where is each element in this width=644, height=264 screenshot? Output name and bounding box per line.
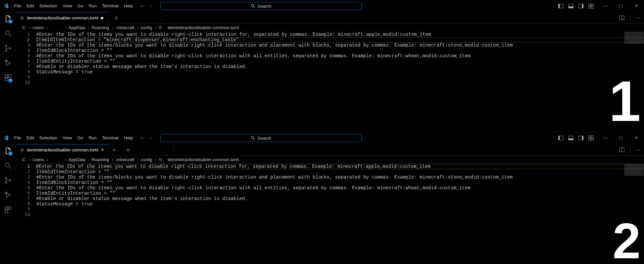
crumb[interactable]: config›	[141, 157, 157, 162]
menu-go[interactable]: Go	[75, 132, 86, 144]
menu-run[interactable]: Run	[86, 0, 99, 12]
unknown-tab-action-icon[interactable]: ≡	[109, 147, 119, 152]
nav-back-icon[interactable]: 🡠	[140, 136, 145, 141]
toggle-panel-icon[interactable]	[568, 135, 574, 141]
menu-run[interactable]: Run	[86, 132, 99, 144]
crumb[interactable]: AppData›	[68, 157, 90, 162]
more-actions-icon[interactable]: ⋯	[636, 147, 640, 152]
toggle-primary-sidebar-icon[interactable]	[558, 135, 563, 141]
activity-run-debug[interactable]	[4, 191, 12, 199]
menu-view[interactable]: View	[60, 132, 75, 144]
minimize-button[interactable]: —	[598, 132, 613, 144]
menu-terminal[interactable]: Terminal	[99, 132, 121, 144]
code-line[interactable]: 6ItemIdEntityInteraction = ""	[16, 59, 644, 64]
code-line[interactable]: 6ItemIdEntityInteraction = ""	[16, 191, 644, 196]
command-center-search[interactable]: Search	[160, 2, 362, 10]
crumb[interactable]: AppData›	[68, 25, 90, 30]
code-line[interactable]: 1#Enter the IDs of the items you want to…	[16, 164, 644, 169]
svg-point-15	[5, 50, 6, 51]
editor-tab-main[interactable]: ⚙ iteminteractiondisabler-common.toml	[16, 12, 108, 24]
breadcrumbs[interactable]: C:› Users› › AppData› Roaming› .minecraf…	[16, 156, 644, 164]
activity-search[interactable]	[4, 29, 12, 38]
nav-back-icon[interactable]: 🡠	[140, 4, 145, 9]
editor-tab-settings[interactable]: ⚙	[119, 144, 174, 156]
nav-forward-icon[interactable]: 🡢	[148, 4, 152, 9]
minimize-button[interactable]: —	[598, 0, 613, 12]
crumb[interactable]: Roaming›	[92, 157, 114, 162]
crumb[interactable]: .minecraft›	[115, 157, 139, 162]
code-line[interactable]: 4ItemIdBlockInteraction = ""	[16, 48, 644, 53]
crumb-spacer: ›	[50, 157, 67, 162]
crumb[interactable]: C:›	[22, 25, 31, 30]
crumb[interactable]: C:›	[22, 157, 31, 162]
code-line[interactable]: 9	[16, 75, 644, 80]
menu-selection[interactable]: Selection	[37, 0, 60, 12]
menu-help[interactable]: Help	[121, 0, 136, 12]
code-line[interactable]: 3#Enter the IDs of the items/blocks you …	[16, 175, 644, 180]
customize-layout-icon[interactable]	[588, 135, 594, 141]
menu-view[interactable]: View	[60, 0, 75, 12]
code-line[interactable]: 8StatusMessage = true	[16, 201, 644, 207]
code-line[interactable]: 10	[16, 80, 644, 85]
code-line[interactable]: 5#Enter the IDs of the items you want to…	[16, 53, 644, 59]
crumb-file[interactable]: ⚙ iteminteractiondisabler-common.toml	[158, 25, 239, 30]
minimap[interactable]	[624, 164, 644, 176]
activity-scm[interactable]	[4, 44, 12, 52]
command-center-search[interactable]: Search	[160, 134, 362, 142]
menu-file[interactable]: File	[11, 132, 24, 144]
code-line[interactable]: 7#Enable or disabler status message when…	[16, 64, 644, 69]
menu-edit[interactable]: Edit	[24, 132, 37, 144]
activity-extensions[interactable]	[4, 206, 12, 214]
crumb-file[interactable]: ⚙ iteminteractiondisabler-common.toml	[158, 157, 239, 162]
minimap[interactable]	[624, 32, 644, 44]
activity-search[interactable]	[4, 161, 12, 170]
close-icon[interactable]: ✕	[101, 147, 104, 152]
tabs-row: ⚙ iteminteractiondisabler-common.toml ✕ …	[16, 144, 644, 156]
menu-help[interactable]: Help	[121, 132, 136, 144]
code-line[interactable]: 1#Enter the IDs of the items you want to…	[16, 32, 644, 37]
editor-tab-main[interactable]: ⚙ iteminteractiondisabler-common.toml ✕	[16, 144, 109, 156]
code-line[interactable]: 8StatusMessage = true	[16, 69, 644, 75]
menu-edit[interactable]: Edit	[24, 0, 37, 12]
editor-tab-settings[interactable]: ⚙	[108, 12, 162, 24]
toggle-secondary-sidebar-icon[interactable]	[578, 135, 584, 141]
nav-forward-icon[interactable]: 🡢	[148, 136, 152, 141]
menu-file[interactable]: File	[11, 0, 24, 12]
activity-explorer[interactable]: 2	[4, 15, 12, 23]
activity-extensions[interactable]: 3	[4, 74, 12, 82]
maximize-button[interactable]: ▢	[613, 132, 629, 144]
split-editor-icon[interactable]	[619, 15, 625, 20]
activity-run-debug[interactable]	[4, 59, 12, 67]
toggle-panel-icon[interactable]	[568, 3, 574, 9]
toggle-primary-sidebar-icon[interactable]	[558, 3, 563, 9]
code-line[interactable]: 10	[16, 212, 644, 217]
maximize-button[interactable]: ▢	[613, 0, 629, 12]
breadcrumbs[interactable]: C:› Users› › AppData› Roaming› .minecraf…	[16, 24, 644, 32]
close-button[interactable]: ✕	[629, 132, 644, 144]
crumb[interactable]: .minecraft›	[115, 25, 139, 30]
crumb[interactable]: Roaming›	[92, 25, 114, 30]
code-line[interactable]: 4ItemIdBlockInteraction = ""	[16, 180, 644, 185]
code-editor[interactable]: 1#Enter the IDs of the items you want to…	[16, 32, 644, 132]
more-actions-icon[interactable]: ⋯	[636, 15, 640, 20]
code-editor[interactable]: 1#Enter the IDs of the items you want to…	[16, 164, 644, 264]
split-editor-icon[interactable]	[619, 147, 625, 152]
svg-rect-20	[5, 78, 8, 81]
code-line[interactable]: 2ItemIdItemInteraction = "minecraft:disp…	[16, 37, 644, 43]
customize-layout-icon[interactable]	[588, 3, 594, 9]
activity-explorer[interactable]: 1	[4, 147, 12, 155]
crumb[interactable]: Users›	[33, 25, 49, 30]
code-line[interactable]: 9	[16, 207, 644, 212]
toggle-secondary-sidebar-icon[interactable]	[578, 3, 584, 9]
crumb[interactable]: Users›	[33, 157, 49, 162]
code-line[interactable]: 7#Enable or disabler status message when…	[16, 196, 644, 201]
code-line[interactable]: 5#Enter the IDs of the items you want to…	[16, 185, 644, 191]
crumb[interactable]: config›	[141, 25, 157, 30]
code-line[interactable]: 3#Enter the IDs of the items/blocks you …	[16, 43, 644, 48]
activity-scm[interactable]	[4, 176, 12, 184]
menu-selection[interactable]: Selection	[37, 132, 60, 144]
menu-terminal[interactable]: Terminal	[99, 0, 121, 12]
code-line[interactable]: 2ItemIdItemInteraction = ""	[16, 169, 644, 175]
close-button[interactable]: ✕	[629, 0, 644, 12]
menu-go[interactable]: Go	[75, 0, 86, 12]
